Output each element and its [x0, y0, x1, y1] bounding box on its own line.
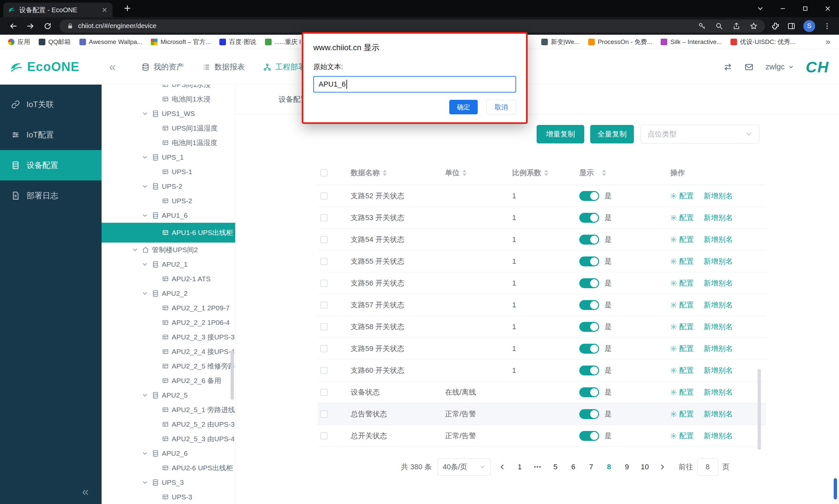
window-minimize-icon[interactable]	[771, 0, 794, 17]
tree-item[interactable]: UPS-2	[102, 179, 235, 194]
app-logo[interactable]: EcoONE	[9, 49, 80, 85]
config-link[interactable]: 配置	[670, 365, 694, 375]
bookmark[interactable]: 优设-UISDC: 优秀...	[727, 36, 799, 48]
ok-button[interactable]: 确定	[449, 100, 478, 114]
new-tab-button[interactable]	[123, 4, 132, 13]
forward-icon[interactable]	[22, 19, 39, 33]
tree-item[interactable]: UPS_3	[102, 475, 235, 490]
profile-avatar[interactable]: S	[803, 20, 815, 32]
bookmark[interactable]: 百度·图说	[216, 36, 259, 48]
row-checkbox[interactable]	[320, 389, 327, 396]
display-toggle[interactable]	[579, 344, 599, 354]
chevron-down-icon[interactable]	[141, 110, 149, 117]
add-alias-link[interactable]: 新增别名	[704, 365, 733, 375]
menu-collapse-icon[interactable]: «	[109, 49, 116, 85]
tree-item[interactable]: APU2_5_2 由UPS-3	[102, 417, 235, 432]
row-checkbox[interactable]	[320, 323, 327, 330]
row-checkbox[interactable]	[320, 411, 327, 418]
chevron-down-icon[interactable]	[141, 212, 149, 219]
next-page-icon[interactable]	[657, 463, 668, 471]
browser-menu-icon[interactable]	[823, 22, 831, 30]
sidebar-collapse-icon[interactable]: «	[82, 485, 89, 499]
tree-item[interactable]: UPS_1	[102, 150, 235, 165]
zoom-search-icon[interactable]	[715, 22, 723, 30]
chevron-down-icon[interactable]	[141, 392, 149, 399]
tree-item[interactable]: APU2_2_4 接UPS-4	[102, 344, 235, 359]
tree-scrollbar[interactable]	[230, 350, 234, 400]
tree-item[interactable]: APU2_2_6 备用	[102, 374, 235, 388]
table-scrollbar[interactable]	[758, 369, 761, 450]
chevron-down-icon[interactable]	[131, 247, 139, 253]
display-toggle[interactable]	[579, 365, 599, 375]
reload-icon[interactable]	[39, 19, 56, 33]
add-alias-link[interactable]: 新增别名	[704, 431, 733, 441]
page-number[interactable]: 5	[549, 463, 561, 471]
row-checkbox[interactable]	[320, 258, 327, 265]
row-checkbox[interactable]	[320, 301, 327, 309]
display-toggle[interactable]	[579, 213, 599, 223]
tree-item[interactable]: APU2_5	[102, 388, 235, 402]
tree-item[interactable]: APU2_2_5 维修旁路	[102, 359, 235, 374]
tree-item[interactable]: UPS-2	[102, 194, 235, 208]
sidebar-item-deploy-log[interactable]: 部署日志	[0, 180, 102, 211]
sidebar-item-iot-link[interactable]: IoT关联	[0, 89, 102, 120]
chevron-down-icon[interactable]	[141, 154, 149, 161]
message-mail-icon[interactable]	[744, 62, 754, 72]
add-alias-link[interactable]: 新增别名	[704, 387, 733, 397]
tree-item[interactable]: APU1_6	[102, 208, 235, 223]
page-scrollbar[interactable]	[834, 478, 837, 499]
point-type-select[interactable]: 点位类型	[640, 125, 759, 143]
page-number[interactable]: 6	[567, 463, 579, 471]
row-checkbox[interactable]	[320, 236, 327, 243]
config-link[interactable]: 配置	[670, 300, 694, 310]
tree-item[interactable]: APU2_5_3 由UPS-4	[102, 432, 235, 446]
page-size-select[interactable]: 40条/页	[438, 458, 491, 475]
tree-item[interactable]: 管制楼UPS间2	[102, 242, 235, 257]
tree-item[interactable]: 电池间1水浸	[102, 92, 235, 106]
nav-my-assets[interactable]: 我的资产	[142, 62, 184, 72]
dialog-text-input[interactable]: APU1_6	[313, 76, 516, 92]
bookmarks-overflow-icon[interactable]: »	[826, 37, 834, 47]
row-checkbox[interactable]	[320, 280, 327, 287]
window-maximize-icon[interactable]	[794, 0, 817, 17]
add-alias-link[interactable]: 新增别名	[704, 235, 733, 245]
sidebar-item-iot-config[interactable]: IoT配置	[0, 120, 102, 150]
tree-item[interactable]: 电池间1温湿度	[102, 136, 235, 150]
tree-item[interactable]: APU2_6	[102, 446, 235, 461]
display-toggle[interactable]	[579, 191, 599, 201]
display-toggle[interactable]	[579, 322, 599, 332]
add-alias-link[interactable]: 新增别名	[704, 409, 733, 419]
col-ratio[interactable]: 比例系数	[512, 168, 579, 178]
nav-data-report[interactable]: 数据报表	[203, 62, 245, 72]
bookmark-star-icon[interactable]	[750, 22, 758, 30]
add-alias-link[interactable]: 新增别名	[704, 256, 733, 266]
chevron-down-icon[interactable]	[141, 290, 149, 297]
row-checkbox[interactable]	[320, 367, 327, 374]
bookmark[interactable]: Silk – Interactive...	[657, 36, 725, 48]
data-sync-icon[interactable]	[723, 62, 733, 72]
sidebar-item-device-config[interactable]: 设备配置	[0, 150, 102, 180]
tree-item[interactable]: APU2_1	[102, 257, 235, 272]
row-checkbox[interactable]	[320, 214, 327, 221]
incremental-copy-button[interactable]: 增量复制	[537, 125, 584, 143]
bookmark[interactable]: ......重庆 I	[262, 36, 304, 48]
chevron-down-icon[interactable]	[141, 479, 149, 486]
config-link[interactable]: 配置	[670, 431, 694, 441]
window-close-icon[interactable]	[817, 0, 839, 17]
browser-tab[interactable]: 设备配置 - EcoONE	[3, 3, 113, 17]
tab-search-icon[interactable]	[749, 0, 771, 17]
row-checkbox[interactable]	[320, 345, 327, 352]
config-link[interactable]: 配置	[670, 409, 694, 419]
display-toggle[interactable]	[579, 278, 599, 288]
extensions-puzzle-icon[interactable]	[771, 22, 780, 30]
sort-icons[interactable]	[463, 170, 466, 176]
row-checkbox[interactable]	[320, 432, 327, 439]
bookmark[interactable]: Microsoft – 官方...	[148, 36, 214, 48]
share-icon[interactable]	[733, 22, 740, 30]
select-all-checkbox[interactable]	[320, 169, 327, 177]
page-number[interactable]: 10	[639, 463, 651, 471]
tree-item[interactable]: UPS-3	[102, 490, 235, 504]
tree-item[interactable]: UPS间1温湿度	[102, 121, 235, 136]
tree-item[interactable]: APU2_2_2 1P06-4	[102, 315, 235, 330]
display-toggle[interactable]	[579, 256, 599, 266]
